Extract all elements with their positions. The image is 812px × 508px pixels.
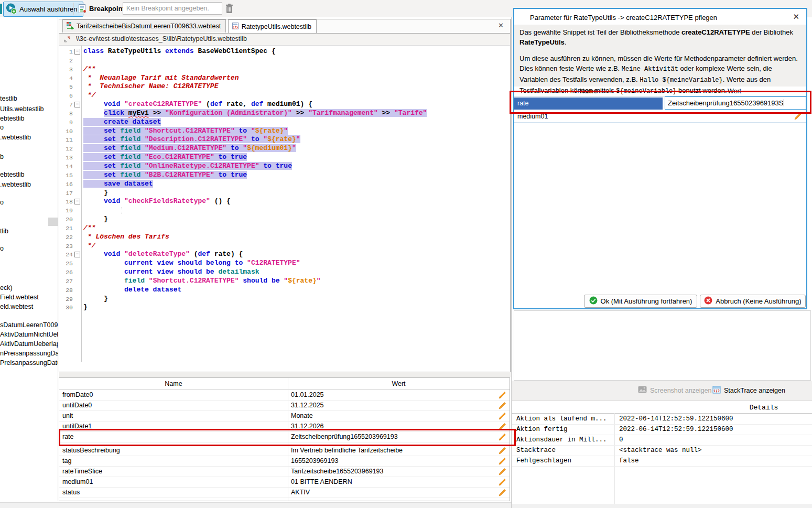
code-line[interactable]: 27 field "Shortcut.C12RATETYPE" should b…	[59, 277, 510, 286]
parameter-row-untilDate0[interactable]: untilDate031.12.2025	[59, 400, 510, 411]
ok-button[interactable]: Ok (Mit Ausführung fortfahren)	[584, 295, 697, 308]
code-line[interactable]: 22 * Löschen des Tarifs	[59, 233, 510, 242]
path-expand-icon[interactable]	[63, 36, 71, 45]
parameter-row-medium01[interactable]: medium0101 BITTE AENDERN	[59, 477, 510, 488]
show-stacktrace-button[interactable]: StackTrace anzeigen	[712, 386, 785, 395]
code-line[interactable]: 26 current view should be detailmask	[59, 268, 510, 277]
edit-pencil-icon[interactable]	[499, 447, 506, 455]
tree-item-fragment[interactable]: .webtestlib	[0, 180, 31, 189]
tree-item-fragment[interactable]: o	[0, 244, 4, 253]
code-line[interactable]: 13 set field "Eco.C12RATETYPE" to true	[59, 153, 510, 162]
code-line[interactable]: 16 save dataset	[59, 180, 510, 189]
trash-icon[interactable]	[225, 3, 234, 16]
tab-webtestlib-active[interactable]: RatetypeUtils.webtestlib	[228, 19, 317, 33]
close-icon[interactable]: ✕	[793, 12, 799, 21]
tree-item-fragment[interactable]: Utils.webtestlib	[0, 105, 44, 113]
tree-item-fragment[interactable]: o	[0, 198, 4, 207]
code-line[interactable]: 21/**	[59, 224, 510, 233]
code-line[interactable]: 2	[59, 56, 510, 65]
code-line[interactable]: 28 delete dataset	[59, 286, 510, 295]
show-screenshot-button[interactable]: Screenshot anzeigen	[638, 386, 711, 395]
cancel-button[interactable]: Abbruch (Keine Ausführung)	[700, 295, 806, 308]
code-line[interactable]: 12 set field "Medium.C12RATETYPE" to "${…	[59, 144, 510, 153]
parameter-row-fromDate0[interactable]: fromDate001.01.2025	[59, 390, 510, 401]
fold-collapse-icon[interactable]: −	[74, 199, 80, 204]
code-line[interactable]: 7− void "createC12RATETYPE" (def rate, d…	[59, 100, 510, 109]
parameter-row-tag[interactable]: tag1655203969193	[59, 456, 510, 467]
code-line[interactable]: 15 set field "B2B.C12RATETYPE" to true	[59, 171, 510, 180]
tree-selected-item-fragment[interactable]	[48, 218, 58, 226]
code-line[interactable]: 24− void "deleteRateType" (def rate) {	[59, 250, 510, 259]
code-line[interactable]: 5 * Technischer Name: C12RATETYPE	[59, 82, 510, 91]
tree-item-fragment[interactable]: eld.webtest	[0, 302, 33, 311]
tree-item-fragment[interactable]: testlib	[0, 94, 17, 103]
edit-pencil-icon[interactable]	[499, 478, 506, 486]
tree-item-fragment[interactable]: AktivDatumUeberlap	[0, 340, 58, 348]
tree-item-fragment[interactable]: AktivDatumNichtUeb	[0, 330, 58, 339]
parameter-row-unit[interactable]: unitMonate	[59, 410, 510, 421]
dialog-medium01-name-cell[interactable]: medium01	[517, 113, 548, 120]
code-line[interactable]: 11 set field "Description.C12RATETYPE" t…	[59, 135, 510, 144]
tree-item-fragment[interactable]: ebtestlib	[0, 114, 25, 123]
close-icon[interactable]: ✕	[498, 21, 504, 29]
edit-pencil-icon[interactable]	[499, 412, 506, 420]
code-line[interactable]: 3/**	[59, 65, 510, 74]
details-table: Details Aktion als laufend m...2022-06-1…	[512, 402, 812, 504]
tree-item-fragment[interactable]: sDatumLeerenT0096:	[0, 321, 58, 329]
run-selection-button[interactable]: Auswahl ausführen	[3, 2, 83, 17]
parameter-name: statusBeschreibung	[62, 447, 120, 454]
tree-item-fragment[interactable]: b	[0, 153, 4, 161]
edit-pencil-icon[interactable]	[499, 391, 506, 399]
code-line[interactable]: 30}	[59, 303, 510, 312]
tree-item-fragment[interactable]: .webtestlib	[0, 133, 31, 142]
edit-pencil-icon[interactable]	[499, 489, 506, 496]
code-line[interactable]: 19	[59, 206, 510, 215]
edit-pencil-icon[interactable]	[499, 433, 506, 441]
code-line[interactable]: 9 create dataset	[59, 118, 510, 127]
edit-pencil-icon[interactable]	[794, 112, 802, 122]
edit-pencil-icon[interactable]	[499, 423, 506, 430]
code-line[interactable]: 25 current view should belong to "C12RAT…	[59, 259, 510, 268]
code-line[interactable]: 20 }	[59, 215, 510, 224]
tree-item-fragment[interactable]: o	[0, 123, 4, 132]
fold-collapse-icon[interactable]: −	[74, 102, 80, 107]
code-line[interactable]: 17 }	[59, 189, 510, 198]
dialog-rate-value-input[interactable]: Zeitscheibenprüfung1655023969193S	[665, 96, 806, 110]
parameter-row-status[interactable]: statusAKTIV	[59, 487, 510, 498]
parameter-row-statusBeschreibung[interactable]: statusBeschreibungIm Vertrieb befindlich…	[59, 445, 510, 456]
code-editor[interactable]: 1−class RateTypeUtils extends BaseWebCli…	[59, 46, 510, 362]
breakpoint-file-icon	[78, 4, 86, 15]
dialog-row-medium01[interactable]: medium01	[514, 112, 806, 123]
parameter-row-rate[interactable]: rateZeitscheibenprüfung1655203969193	[59, 431, 510, 442]
code-line[interactable]: 4 * Neuanlage Tarif mit Standardwerten	[59, 74, 510, 83]
code-line[interactable]: 29 }	[59, 295, 510, 304]
edit-pencil-icon[interactable]	[499, 457, 506, 465]
code-line[interactable]: 1−class RateTypeUtils extends BaseWebCli…	[59, 47, 510, 56]
code-line[interactable]: 8 click myEvi >> "Konfiguration (Adminis…	[59, 109, 510, 118]
code-line[interactable]: 6 */	[59, 91, 510, 100]
tree-item-fragment[interactable]: Field.webtest	[0, 293, 39, 301]
details-row: Stacktrace<stacktrace was null>	[512, 445, 812, 456]
tab-webtest[interactable]: TarifzeitscheibeBisDatumLeerenT009633.we…	[62, 19, 226, 33]
tree-item-fragment[interactable]: nPreisanpassungDat	[0, 349, 58, 358]
tree-item-fragment[interactable]: ebtestlib	[0, 170, 25, 179]
code-line[interactable]: 10 set field "Shortcut.C12RATETYPE" to "…	[59, 127, 510, 136]
fold-collapse-icon[interactable]: −	[74, 252, 80, 257]
tree-item-fragment[interactable]: tlib	[0, 227, 8, 235]
breakpoint-input[interactable]: Kein Breakpoint angegeben.	[123, 2, 222, 15]
tree-item-fragment[interactable]: PreisanpassungDatur	[0, 359, 58, 367]
code-line[interactable]: 23 */	[59, 242, 510, 251]
dialog-row-rate[interactable]: rate Zeitscheibenprüfung1655023969193S	[514, 96, 806, 111]
edit-pencil-icon[interactable]	[499, 468, 506, 475]
code-line[interactable]: 18− void "checkFieldsRatetype" () {	[59, 197, 510, 206]
edit-pencil-icon[interactable]	[499, 402, 506, 409]
code-line[interactable]: 14 set field "OnlineRatetype.C12RATETYPE…	[59, 162, 510, 171]
dialog-rate-name-cell[interactable]: rate	[514, 98, 663, 110]
project-tree-sidebar[interactable]: testlibUtils.webtestlibebtestlibo.webtes…	[0, 17, 58, 501]
line-number: 5	[59, 83, 73, 92]
toolbar-separator	[73, 3, 74, 15]
fold-collapse-icon[interactable]: −	[74, 49, 80, 55]
parameter-row-rateTimeSlice[interactable]: rateTimeSliceTarifzeitscheibe16552039691…	[59, 466, 510, 477]
tree-item-fragment[interactable]: eck)	[0, 284, 13, 292]
parameter-row-untilDate1[interactable]: untilDate131.12.2026	[59, 421, 510, 432]
